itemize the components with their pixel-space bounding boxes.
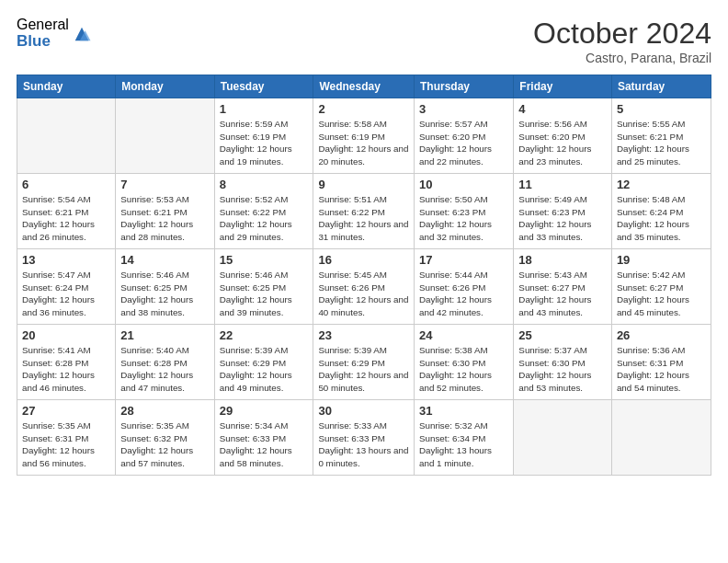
week-row-1: 6Sunrise: 5:54 AM Sunset: 6:21 PM Daylig… <box>17 174 711 249</box>
day-info: Sunrise: 5:51 AM Sunset: 6:22 PM Dayligh… <box>318 193 409 244</box>
calendar-cell: 24Sunrise: 5:38 AM Sunset: 6:30 PM Dayli… <box>415 325 514 400</box>
logo: General Blue <box>17 17 92 50</box>
logo-icon <box>72 24 92 44</box>
calendar-cell: 27Sunrise: 5:35 AM Sunset: 6:31 PM Dayli… <box>17 400 116 476</box>
calendar-cell: 15Sunrise: 5:46 AM Sunset: 6:25 PM Dayli… <box>214 249 313 325</box>
day-number: 22 <box>220 328 309 342</box>
day-number: 15 <box>220 253 309 267</box>
day-number: 23 <box>318 328 409 342</box>
day-number: 9 <box>318 178 409 191</box>
day-info: Sunrise: 5:42 AM Sunset: 6:27 PM Dayligh… <box>617 269 706 319</box>
col-thursday: Thursday <box>415 75 514 98</box>
header-row: Sunday Monday Tuesday Wednesday Thursday… <box>17 75 711 98</box>
day-info: Sunrise: 5:58 AM Sunset: 6:19 PM Dayligh… <box>318 118 409 168</box>
day-number: 29 <box>220 404 309 418</box>
day-number: 13 <box>22 253 110 267</box>
col-wednesday: Wednesday <box>313 75 415 98</box>
calendar-cell: 11Sunrise: 5:49 AM Sunset: 6:23 PM Dayli… <box>514 174 612 249</box>
day-number: 6 <box>22 178 110 191</box>
day-info: Sunrise: 5:33 AM Sunset: 6:33 PM Dayligh… <box>318 419 409 470</box>
week-row-2: 13Sunrise: 5:47 AM Sunset: 6:24 PM Dayli… <box>17 249 711 325</box>
calendar-cell: 2Sunrise: 5:58 AM Sunset: 6:19 PM Daylig… <box>313 98 415 174</box>
page: General Blue October 2024 Castro, Parana… <box>0 0 728 563</box>
calendar-body: 1Sunrise: 5:59 AM Sunset: 6:19 PM Daylig… <box>17 98 711 476</box>
day-number: 26 <box>617 328 706 342</box>
day-number: 24 <box>419 328 508 342</box>
calendar-cell: 20Sunrise: 5:41 AM Sunset: 6:28 PM Dayli… <box>17 325 116 400</box>
calendar-cell: 8Sunrise: 5:52 AM Sunset: 6:22 PM Daylig… <box>214 174 313 249</box>
location: Castro, Parana, Brazil <box>533 51 711 65</box>
day-number: 28 <box>120 404 209 418</box>
day-number: 21 <box>120 328 209 342</box>
col-sunday: Sunday <box>17 75 116 98</box>
day-number: 17 <box>419 253 508 267</box>
calendar-cell: 10Sunrise: 5:50 AM Sunset: 6:23 PM Dayli… <box>415 174 514 249</box>
calendar-cell <box>17 98 116 174</box>
calendar-cell: 21Sunrise: 5:40 AM Sunset: 6:28 PM Dayli… <box>116 325 214 400</box>
calendar-header: Sunday Monday Tuesday Wednesday Thursday… <box>17 75 711 98</box>
day-number: 3 <box>419 102 508 116</box>
col-saturday: Saturday <box>611 75 711 98</box>
calendar-cell: 30Sunrise: 5:33 AM Sunset: 6:33 PM Dayli… <box>313 400 415 476</box>
day-info: Sunrise: 5:36 AM Sunset: 6:31 PM Dayligh… <box>617 344 706 395</box>
week-row-0: 1Sunrise: 5:59 AM Sunset: 6:19 PM Daylig… <box>17 98 711 174</box>
calendar-cell: 19Sunrise: 5:42 AM Sunset: 6:27 PM Dayli… <box>611 249 711 325</box>
day-number: 25 <box>518 328 607 342</box>
day-info: Sunrise: 5:55 AM Sunset: 6:21 PM Dayligh… <box>617 118 706 168</box>
day-info: Sunrise: 5:39 AM Sunset: 6:29 PM Dayligh… <box>318 344 409 395</box>
calendar-cell: 7Sunrise: 5:53 AM Sunset: 6:21 PM Daylig… <box>116 174 214 249</box>
day-number: 16 <box>318 253 409 267</box>
month-title: October 2024 <box>533 17 711 51</box>
calendar-cell: 5Sunrise: 5:55 AM Sunset: 6:21 PM Daylig… <box>611 98 711 174</box>
calendar-cell <box>514 400 612 476</box>
day-info: Sunrise: 5:46 AM Sunset: 6:25 PM Dayligh… <box>220 269 309 319</box>
day-info: Sunrise: 5:38 AM Sunset: 6:30 PM Dayligh… <box>419 344 508 395</box>
calendar-cell <box>116 98 214 174</box>
col-monday: Monday <box>116 75 214 98</box>
calendar-table: Sunday Monday Tuesday Wednesday Thursday… <box>17 75 711 476</box>
calendar-cell: 14Sunrise: 5:46 AM Sunset: 6:25 PM Dayli… <box>116 249 214 325</box>
day-info: Sunrise: 5:52 AM Sunset: 6:22 PM Dayligh… <box>220 193 309 244</box>
day-info: Sunrise: 5:56 AM Sunset: 6:20 PM Dayligh… <box>518 118 607 168</box>
calendar-cell: 31Sunrise: 5:32 AM Sunset: 6:34 PM Dayli… <box>415 400 514 476</box>
calendar-cell <box>611 400 711 476</box>
day-number: 4 <box>518 102 607 116</box>
day-number: 5 <box>617 102 706 116</box>
day-info: Sunrise: 5:59 AM Sunset: 6:19 PM Dayligh… <box>220 118 309 168</box>
day-number: 14 <box>120 253 209 267</box>
calendar-cell: 22Sunrise: 5:39 AM Sunset: 6:29 PM Dayli… <box>214 325 313 400</box>
calendar-cell: 9Sunrise: 5:51 AM Sunset: 6:22 PM Daylig… <box>313 174 415 249</box>
day-number: 7 <box>120 178 209 191</box>
week-row-3: 20Sunrise: 5:41 AM Sunset: 6:28 PM Dayli… <box>17 325 711 400</box>
calendar-cell: 16Sunrise: 5:45 AM Sunset: 6:26 PM Dayli… <box>313 249 415 325</box>
calendar-cell: 3Sunrise: 5:57 AM Sunset: 6:20 PM Daylig… <box>415 98 514 174</box>
day-info: Sunrise: 5:34 AM Sunset: 6:33 PM Dayligh… <box>220 419 309 470</box>
day-info: Sunrise: 5:43 AM Sunset: 6:27 PM Dayligh… <box>518 269 607 319</box>
col-friday: Friday <box>514 75 612 98</box>
day-info: Sunrise: 5:46 AM Sunset: 6:25 PM Dayligh… <box>120 269 209 319</box>
day-info: Sunrise: 5:40 AM Sunset: 6:28 PM Dayligh… <box>120 344 209 395</box>
calendar-cell: 1Sunrise: 5:59 AM Sunset: 6:19 PM Daylig… <box>214 98 313 174</box>
calendar-cell: 13Sunrise: 5:47 AM Sunset: 6:24 PM Dayli… <box>17 249 116 325</box>
logo-general: General <box>17 17 69 33</box>
week-row-4: 27Sunrise: 5:35 AM Sunset: 6:31 PM Dayli… <box>17 400 711 476</box>
day-number: 31 <box>419 404 508 418</box>
calendar-cell: 4Sunrise: 5:56 AM Sunset: 6:20 PM Daylig… <box>514 98 612 174</box>
col-tuesday: Tuesday <box>214 75 313 98</box>
calendar-cell: 6Sunrise: 5:54 AM Sunset: 6:21 PM Daylig… <box>17 174 116 249</box>
day-info: Sunrise: 5:54 AM Sunset: 6:21 PM Dayligh… <box>22 193 110 244</box>
day-number: 30 <box>318 404 409 418</box>
day-info: Sunrise: 5:45 AM Sunset: 6:26 PM Dayligh… <box>318 269 409 319</box>
day-number: 2 <box>318 102 409 116</box>
day-info: Sunrise: 5:41 AM Sunset: 6:28 PM Dayligh… <box>22 344 110 395</box>
day-info: Sunrise: 5:47 AM Sunset: 6:24 PM Dayligh… <box>22 269 110 319</box>
calendar-cell: 26Sunrise: 5:36 AM Sunset: 6:31 PM Dayli… <box>611 325 711 400</box>
day-number: 18 <box>518 253 607 267</box>
day-info: Sunrise: 5:53 AM Sunset: 6:21 PM Dayligh… <box>120 193 209 244</box>
logo-blue: Blue <box>17 33 69 51</box>
header: General Blue October 2024 Castro, Parana… <box>17 17 711 65</box>
calendar-cell: 18Sunrise: 5:43 AM Sunset: 6:27 PM Dayli… <box>514 249 612 325</box>
day-info: Sunrise: 5:32 AM Sunset: 6:34 PM Dayligh… <box>419 419 508 470</box>
day-number: 12 <box>617 178 706 191</box>
day-info: Sunrise: 5:57 AM Sunset: 6:20 PM Dayligh… <box>419 118 508 168</box>
